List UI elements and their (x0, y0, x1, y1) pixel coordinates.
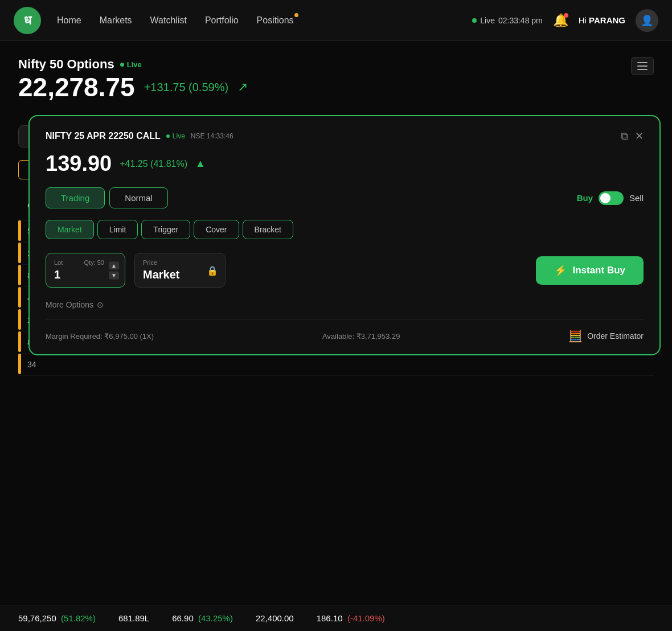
order-tab-market[interactable]: Market (46, 220, 94, 239)
ham-line-3 (637, 69, 648, 70)
more-options-row[interactable]: More Options ⊙ (46, 300, 644, 309)
nav-positions[interactable]: Positions (257, 15, 294, 26)
instant-buy-button[interactable]: ⚡ Instant Buy (536, 256, 644, 285)
lock-icon: 🔒 (207, 265, 218, 276)
bottom-strike: 22,400.00 (256, 613, 294, 623)
order-tab-cover[interactable]: Cover (194, 220, 239, 239)
type-tab-trading[interactable]: Trading (46, 187, 105, 208)
live-badge-dot (120, 63, 124, 67)
bottom-bar: 59,76,250 (51.82%) 681.89L 66.90 (43.25%… (0, 605, 672, 631)
modal-title-row: NIFTY 25 APR 22250 CALL Live NSE 14:33:4… (46, 131, 233, 141)
modal-live-dot (166, 134, 170, 138)
lot-spinner: ▲ ▼ (109, 261, 119, 279)
price-up-arrow-icon: ↗ (237, 80, 248, 95)
lot-price-row: Lot Qty: 50 1 ▲ ▼ Price Market 🔒 ⚡ Insta… (46, 253, 644, 288)
nav-links: Home Markets Watchlist Portfolio Positio… (57, 15, 294, 26)
buy-sell-toggle-track[interactable] (599, 191, 624, 205)
live-time-indicator: Live 02:33:48 pm (472, 16, 543, 25)
price-change: +131.75 (0.59%) (144, 81, 228, 94)
modal-exchange: NSE 14:33:46 (191, 132, 233, 140)
bottom-oi: 59,76,250 (51.82%) (18, 613, 96, 623)
live-badge: Live (120, 60, 142, 69)
modal-price-change: +41.25 (41.81%) (120, 159, 187, 169)
calculator-icon: 🧮 (568, 329, 583, 343)
margin-row: Margin Required: ₹6,975.00 (1X) Availabl… (46, 319, 644, 343)
order-estimator-button[interactable]: 🧮 Order Estimator (568, 329, 644, 343)
modal-title: NIFTY 25 APR 22250 CALL (46, 131, 161, 141)
modal-expand-icon[interactable]: ⧉ (621, 130, 628, 142)
main-price: 22,278.75 (18, 72, 135, 103)
order-type-tabs: Market Limit Trigger Cover Bracket (46, 220, 644, 239)
bell-wrapper[interactable]: 🔔 (553, 13, 568, 28)
page-header: Nifty 50 Options Live 22,278.75 +131.75 … (18, 57, 654, 115)
modal-close-icon[interactable]: ✕ (635, 130, 644, 142)
price-field-label: Price (143, 259, 217, 266)
order-tab-bracket[interactable]: Bracket (243, 220, 293, 239)
nav-portfolio[interactable]: Portfolio (205, 15, 239, 26)
row-oi: 34 (27, 360, 118, 369)
ham-line-2 (637, 65, 648, 67)
lot-decrement-icon[interactable]: ▼ (109, 271, 119, 279)
modal-price: 139.90 (46, 151, 112, 176)
nav-markets[interactable]: Markets (100, 15, 132, 26)
ham-line-1 (637, 62, 648, 63)
type-tab-normal[interactable]: Normal (109, 187, 167, 208)
hamburger-menu-icon[interactable] (631, 57, 654, 75)
modal-actions: ⧉ ✕ (621, 130, 644, 142)
modal-price-row: 139.90 +41.25 (41.81%) ▲ (46, 151, 644, 176)
instrument-title: Nifty 50 Options Live (18, 57, 248, 72)
price-field-value: Market (143, 268, 217, 281)
bell-badge (564, 13, 568, 18)
flash-icon: ⚡ (554, 264, 567, 277)
trading-modal: NIFTY 25 APR 22250 CALL Live NSE 14:33:4… (28, 115, 661, 355)
price-row: 22,278.75 +131.75 (0.59%) ↗ (18, 72, 248, 103)
modal-header: NIFTY 25 APR 22250 CALL Live NSE 14:33:4… (46, 130, 644, 142)
logo[interactable]: ध (14, 7, 41, 34)
toggle-thumb (600, 193, 610, 203)
main-content: Nifty 50 Options Live 22,278.75 +131.75 … (0, 41, 672, 376)
bottom-volume: 681.89L (118, 613, 149, 623)
nav-home[interactable]: Home (57, 15, 81, 26)
live-label: Live (480, 16, 495, 25)
navbar: ध Home Markets Watchlist Portfolio Posit… (0, 0, 672, 41)
user-greeting: Hi PARANG (579, 15, 625, 25)
available-funds: Available: ₹3,71,953.29 (322, 332, 400, 341)
nav-time: 02:33:48 pm (498, 16, 543, 25)
buy-label: Buy (577, 193, 593, 203)
bottom-puts-ltp: 186.10 (-41.09%) (317, 613, 385, 623)
table-row[interactable]: 34 (18, 354, 654, 376)
modal-live-indicator: Live (166, 132, 185, 140)
price-field: Price Market 🔒 (134, 253, 226, 288)
instrument-name: Nifty 50 Options (18, 57, 114, 72)
more-options-chevron-icon: ⊙ (97, 300, 104, 309)
modal-up-arrow-icon: ▲ (195, 158, 206, 170)
nav-watchlist[interactable]: Watchlist (150, 15, 187, 26)
buy-sell-toggle: Buy Sell (577, 191, 644, 205)
nav-right: Live 02:33:48 pm 🔔 Hi PARANG 👤 (472, 9, 658, 32)
avatar[interactable]: 👤 (636, 9, 658, 32)
bottom-ltp: 66.90 (43.25%) (172, 613, 233, 623)
lot-qty-label: Qty: 50 (84, 259, 104, 266)
margin-required: Margin Required: ₹6,975.00 (1X) (46, 332, 154, 341)
order-tab-limit[interactable]: Limit (97, 220, 138, 239)
sell-label: Sell (629, 193, 644, 203)
type-tabs: Trading Normal Buy Sell (46, 187, 644, 208)
lot-field: Lot Qty: 50 1 ▲ ▼ (46, 253, 125, 288)
more-options-label: More Options (46, 300, 93, 309)
live-dot (472, 18, 477, 23)
lot-value: 1 (54, 268, 117, 281)
order-tab-trigger[interactable]: Trigger (141, 220, 190, 239)
lot-increment-icon[interactable]: ▲ (109, 261, 119, 269)
